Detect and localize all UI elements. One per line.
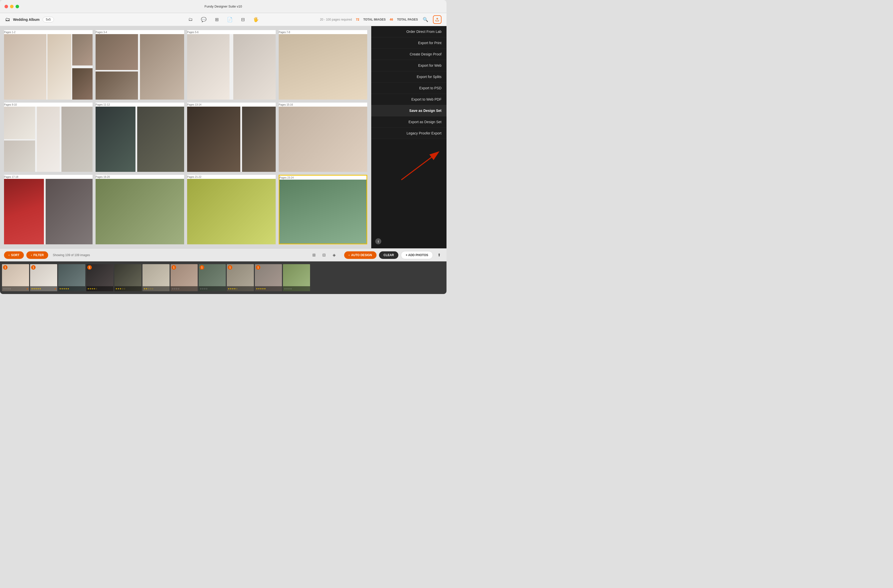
size-badge[interactable]: 5x5 [43,17,54,22]
spread-5-6[interactable]: Pages 5-6 [187,30,276,99]
photo-slot [4,179,44,244]
grid-icon[interactable]: ⊟ [239,16,247,23]
usage-badge: 1 [3,265,8,270]
photo-slot [96,34,138,70]
star-rating: ☆☆☆☆ [284,287,292,290]
photo-slot [4,107,35,139]
spread-inner [4,107,93,172]
spread-label: Pages 5-6 [187,30,276,34]
spread-inner [279,107,367,172]
strip-bottom: ★★★★☆ [86,286,113,291]
photo-slot [280,180,367,244]
filter-view-icon[interactable]: ⊟ [320,252,328,259]
spread-11-12[interactable]: Pages 11-12 [96,102,184,172]
strip-photo-10[interactable]: 1 ★★★★★ [255,264,282,291]
minimize-button[interactable] [10,5,14,8]
spread-container [4,179,93,244]
strip-bottom: ★★☆☆☆ [143,286,170,291]
spread-label: Pages 13-14 [187,102,276,107]
comment-icon[interactable]: 💬 [200,16,207,23]
grid-view-icon[interactable]: ⊞ [311,252,317,259]
spread-label: Pages 1-2 [4,30,93,34]
auto-design-button[interactable]: ‹ AUTO DESIGN [344,251,376,259]
filter-button[interactable]: ‹ FILTER [26,251,48,259]
spread-21-22[interactable]: Pages 21-22 [187,175,276,244]
spread-3-4[interactable]: Pages 3-4 [96,30,184,99]
layers-icon[interactable]: ◈ [331,252,338,259]
spread-7-8[interactable]: Pages 7-8 [279,30,367,99]
spread-inner [187,34,276,99]
strip-photo-7[interactable]: 1 ☆☆☆☆ [171,264,198,291]
menu-export-splits[interactable]: Export for Splits [371,71,446,83]
menu-legacy-proofer[interactable]: Legacy Proofer Export [371,128,446,139]
strip-photo-4[interactable]: 1 ★★★★☆ [86,264,113,291]
strip-photo-6[interactable]: ★★☆☆☆ [143,264,170,291]
sort-chevron: ‹ [9,253,9,257]
total-pages-label: TOTAL PAGES [397,18,418,21]
spread-inner [96,107,184,172]
design-icon[interactable]: 🗂 [187,16,194,23]
menu-order-direct[interactable]: Order Direct From Lab [371,26,446,38]
photo-slot [140,34,184,99]
total-images-count: 72 [356,18,359,21]
photo-slot [187,107,240,172]
star-rating: ★★★★★ [256,287,266,290]
menu-export-web-pdf[interactable]: Export to Web PDF [371,94,446,105]
spread-label: Pages 11-12 [96,102,184,107]
spread-23-24[interactable]: Pages 23-24 [279,175,367,244]
fullscreen-button[interactable] [15,5,19,8]
menu-export-psd[interactable]: Export to PSD [371,83,446,94]
info-button[interactable]: i [375,238,381,244]
usage-badge: 1 [87,265,92,270]
clear-button[interactable]: CLEAR [379,251,398,259]
export-strip-icon[interactable]: ⬆ [436,252,442,259]
menu-export-design-set[interactable]: Export as Design Set [371,116,446,128]
spread-15-16[interactable]: Pages 15-16 [279,102,367,172]
spread-label: Pages 9-10 [4,102,93,107]
spread-13-14[interactable]: Pages 13-14 [187,102,276,172]
share-icon[interactable]: 🔍 [422,16,429,23]
photo-slot [96,72,138,99]
spread-17-18[interactable]: Pages 17-18 [4,175,93,244]
strip-photo-11[interactable]: ☆☆☆☆ [283,264,310,291]
photo-slot [62,107,93,172]
menu-export-print[interactable]: Export for Print [371,38,446,49]
spread-label: Pages 3-4 [96,30,184,34]
pages-icon[interactable]: 📄 [226,16,233,23]
spread-label: Pages 7-8 [279,30,367,34]
spread-inner [280,180,367,244]
strip-photo-2[interactable]: 1 ★★★★★ ♥ [30,264,57,291]
strip-bottom: ★★★★★ ♥ [30,286,57,291]
spread-1-2[interactable]: Pages 1-2 [4,30,93,99]
menu-save-design-set[interactable]: Save as Design Set [371,105,446,116]
photo-slot [279,107,367,172]
strip-photo-1[interactable]: 1 ☆☆☆☆ ♥ [2,264,29,291]
add-photos-button[interactable]: + ADD PHOTOS [401,251,433,259]
sort-button[interactable]: ‹ SORT [4,251,24,259]
strip-photo-8[interactable]: 1 ☆☆☆☆ [198,264,226,291]
strip-photo-9[interactable]: 1 ★★★★☆ [227,264,254,291]
spread-inner [4,34,93,99]
usage-badge: 1 [31,265,36,270]
spread-inner [187,179,276,244]
spread-9-10[interactable]: Pages 9-10 [4,102,93,172]
photo-slot [72,68,93,99]
spread-container [279,34,367,99]
spread-container [187,34,276,99]
strip-photo-3[interactable]: ★★★★★ [58,264,85,291]
layout-icon[interactable]: ⊞ [213,16,220,23]
export-button[interactable] [433,15,442,24]
export-icon [435,18,439,21]
settings-icon[interactable]: 🖐 [253,16,259,23]
close-button[interactable] [5,5,8,8]
spread-label: Pages 17-18 [4,175,93,179]
total-images-label: TOTAL IMAGES [363,18,386,21]
title-bar: Fundy Designer Suite v10 [0,0,446,13]
strip-photo-5[interactable]: ★★★☆☆ [114,264,141,291]
main-toolbar: 🗂 Wedding Album 5x5 🗂 💬 ⊞ 📄 ⊟ 🖐 20 - 100… [0,13,446,26]
menu-export-web[interactable]: Export for Web [371,60,446,71]
star-rating: ★★★★★ [59,287,69,290]
spread-container [280,180,367,244]
spread-19-20[interactable]: Pages 19-20 [96,175,184,244]
menu-create-proof[interactable]: Create Design Proof [371,49,446,60]
